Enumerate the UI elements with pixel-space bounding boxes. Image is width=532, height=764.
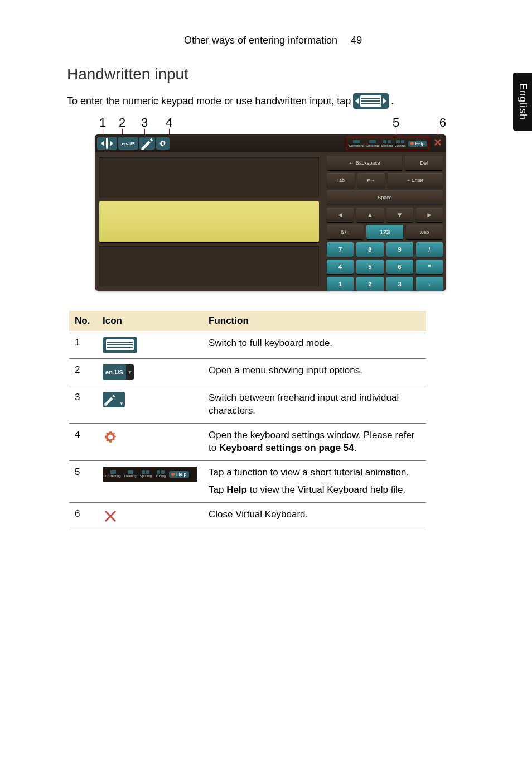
key-6[interactable]: 6 (386, 260, 413, 274)
key-space[interactable]: Space (327, 190, 443, 205)
key-delete[interactable]: Del (405, 156, 443, 170)
row-function: Close Virtual Keyboard. (209, 508, 420, 521)
key-num-toggle[interactable]: #→ (357, 173, 385, 188)
gear-icon (159, 140, 167, 147)
close-icon (434, 138, 442, 146)
key-arrow-right[interactable]: ► (416, 208, 443, 222)
key-123[interactable]: 123 (366, 225, 403, 239)
vk-input-language-button[interactable]: en-US (118, 137, 138, 150)
key-arrow-left[interactable]: ◄ (327, 208, 354, 222)
icon-function-table: No. Icon Function 1 Switch to full keybo… (69, 311, 426, 530)
row-number: 2 (69, 359, 97, 386)
row-function: Switch to full keyboard mode. (209, 337, 420, 350)
page-header: Other ways of entering information 49 (0, 0, 532, 46)
vk-toolbar: en-US Correcting Deleting Splitting Join… (95, 134, 446, 152)
key-8[interactable]: 8 (356, 242, 383, 257)
key-enter[interactable]: ↵ Enter (388, 173, 443, 188)
callout-1: 1 (95, 116, 110, 129)
key-9[interactable]: 9 (386, 242, 413, 257)
keyboard-icon (360, 95, 381, 107)
pen-icon (139, 136, 155, 151)
key-multiply[interactable]: * (416, 260, 443, 274)
col-no: No. (69, 311, 97, 331)
tutorial-group-icon: Correcting Deleting Splitting Joining He… (103, 467, 197, 482)
vk-tutorial-joining[interactable]: Joining (395, 140, 406, 147)
intro-tail: . (391, 95, 394, 107)
language-side-tab: English (513, 73, 532, 131)
callout-number-row: 1 2 3 4 5 6 (95, 116, 446, 129)
close-icon (103, 508, 118, 524)
pen-icon (103, 392, 117, 407)
gear-icon (103, 430, 118, 444)
key-minus[interactable]: - (416, 277, 443, 291)
language-side-tab-label: English (517, 83, 529, 120)
table-row: 5 Correcting Deleting Splitting Joining … (69, 460, 426, 502)
section-heading: Handwritten input (67, 65, 532, 83)
table-row: 4 Open the keyboard settings window. Ple… (69, 423, 426, 460)
vk-tutorial-group: Correcting Deleting Splitting Joining He… (346, 137, 429, 150)
callout-3: 3 (134, 116, 155, 129)
key-symbols[interactable]: &+= (327, 225, 364, 239)
vk-settings-button[interactable] (156, 137, 170, 150)
intro-text: To enter the numeric keypad mode or use … (67, 95, 351, 107)
vk-handwriting-line-active[interactable] (99, 201, 319, 242)
vk-handwriting-line[interactable] (99, 157, 319, 198)
input-language-label: en-US (103, 364, 126, 380)
intro-line: To enter the numeric keypad mode or use … (67, 93, 532, 109)
chevron-down-icon: ▼ (119, 401, 124, 406)
callout-6: 6 (429, 116, 446, 129)
callout-ticks (95, 129, 446, 134)
table-row: 6 Close Virtual Keyboard. (69, 502, 426, 530)
help-pill-icon: Help (169, 471, 189, 478)
callout-2: 2 (110, 116, 134, 129)
vk-close-button[interactable] (432, 138, 444, 148)
row-function: Open the keyboard settings window. Pleas… (209, 429, 420, 455)
header-page-number: 49 (351, 35, 362, 46)
row-number: 5 (69, 460, 97, 502)
virtual-keyboard-screenshot: en-US Correcting Deleting Splitting Join… (95, 134, 446, 291)
key-web[interactable]: web (406, 225, 443, 239)
table-header-row: No. Icon Function (69, 311, 426, 331)
row-function: Open a menu showing input options. (209, 364, 420, 377)
key-7[interactable]: 7 (327, 242, 354, 257)
row-number: 4 (69, 423, 97, 460)
vk-input-language-label: en-US (122, 141, 134, 146)
keyboard-mode-switch-icon[interactable] (353, 93, 389, 109)
vk-tutorial-correcting[interactable]: Correcting (349, 140, 364, 147)
row-function: Tap Help to view the Virtual Keyboard he… (209, 484, 420, 497)
col-icon: Icon (97, 311, 203, 331)
row-number: 3 (69, 386, 97, 424)
key-4[interactable]: 4 (327, 260, 354, 274)
vk-handwriting-line[interactable] (99, 246, 319, 286)
header-title: Other ways of entering information (184, 35, 337, 46)
table-row: 2 en-US ▼ Open a menu showing input opti… (69, 359, 426, 386)
vk-tutorial-splitting[interactable]: Splitting (381, 140, 393, 147)
row-function: Switch between freehand input and indivi… (209, 392, 420, 417)
col-function: Function (203, 311, 426, 331)
chevron-down-icon: ▼ (126, 369, 134, 375)
table-row: 1 Switch to full keyboard mode. (69, 331, 426, 359)
vk-mode-toggle-button[interactable] (97, 137, 117, 150)
row-number: 6 (69, 502, 97, 530)
vk-help-button[interactable]: Help (408, 141, 427, 147)
row-number: 1 (69, 331, 97, 359)
key-arrow-down[interactable]: ▼ (386, 208, 413, 222)
key-tab[interactable]: Tab (327, 173, 355, 188)
settings-icon (103, 429, 118, 445)
table-row: 3 ▼ Switch between freehand input and in… (69, 386, 426, 424)
key-divide[interactable]: / (416, 242, 443, 257)
triangle-right-icon (383, 98, 386, 104)
key-3[interactable]: 3 (386, 277, 413, 291)
key-2[interactable]: 2 (356, 277, 383, 291)
key-arrow-up[interactable]: ▲ (356, 208, 383, 222)
key-1[interactable]: 1 (327, 277, 354, 291)
key-5[interactable]: 5 (356, 260, 383, 274)
key-backspace[interactable]: ←Backspace (327, 156, 402, 170)
keyboard-mode-icon (103, 337, 137, 353)
vk-tutorial-deleting[interactable]: Deleting (366, 140, 379, 147)
vk-numeric-keypad: ←Backspace Del Tab #→ ↵ Enter Space ◄ ▲ … (323, 152, 446, 291)
vk-handwriting-area[interactable] (95, 152, 323, 291)
row-function: Tap a function to view a short tutorial … (209, 467, 420, 479)
vk-handwriting-toggle-button[interactable] (139, 137, 155, 150)
callout-5: 5 (362, 116, 429, 129)
